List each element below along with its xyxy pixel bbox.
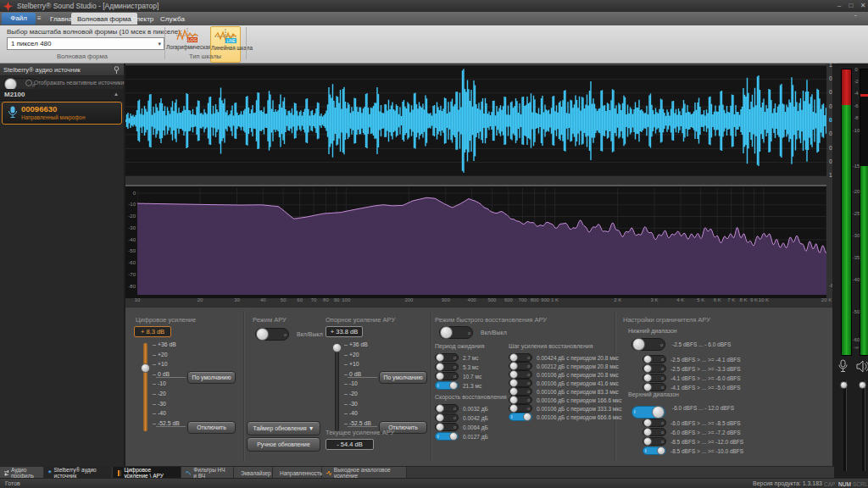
toggle-switch[interactable]: o [509, 379, 532, 387]
spectrum-freq-label: 80 [323, 297, 329, 302]
toggle-switch[interactable]: o [643, 437, 666, 446]
toggle-state-char: o [452, 415, 458, 420]
speaker-volume-slider-track[interactable] [862, 380, 865, 471]
agc-timer-button[interactable]: Таймер обновления ▼ [247, 421, 320, 435]
agc-manual-update-button[interactable]: Ручное обновление [247, 437, 320, 452]
tick-label: +20 [349, 352, 359, 358]
tick-mark [153, 413, 156, 414]
toggle-switch[interactable]: o [643, 364, 666, 373]
tick-mark [344, 404, 348, 405]
tab-equalizer[interactable]: Эквалайзер [234, 467, 273, 479]
waveform-display[interactable] [125, 64, 826, 176]
log-scale-icon: LOG [176, 28, 198, 43]
toggle-state-char: o [282, 332, 288, 337]
analog-output-tab-icon [326, 470, 331, 476]
device-group-name: M2100 [4, 91, 25, 98]
option-row: I0.0127 дБ [435, 432, 488, 441]
toggle-state-char: o [659, 366, 665, 371]
toggle-switch[interactable]: I [435, 432, 459, 441]
tick-mark [153, 345, 156, 346]
toggle-switch[interactable]: I [632, 406, 665, 419]
toggle-switch[interactable]: o [435, 372, 459, 380]
toggle-switch[interactable]: I [643, 446, 666, 455]
audio-profile-icon [4, 470, 8, 476]
toggle-switch[interactable]: I [435, 381, 459, 390]
tab-analog-output-gain[interactable]: Выходное аналоговое усиление [322, 467, 407, 479]
toggle-switch[interactable]: o [435, 353, 459, 362]
toggle-switch[interactable]: o [435, 404, 459, 413]
speaker-volume-slider-knob[interactable] [859, 381, 866, 389]
speaker-level-icon [856, 360, 868, 373]
spectrum-db-label: -40 [125, 237, 136, 242]
quick-access-menu-icon[interactable]: ≡ [37, 14, 42, 22]
toggle-state-char: I [632, 409, 637, 414]
tick-mark [153, 404, 156, 405]
audio-device-item[interactable]: 00096630 Направленный микрофон [2, 102, 122, 125]
toggle-switch[interactable]: o [435, 363, 459, 371]
digital-gain-default-button[interactable]: По умолчанию [187, 371, 236, 384]
radio-indicator[interactable] [25, 80, 32, 86]
toggle-state-char: o [526, 355, 531, 360]
toggle-knob [256, 328, 269, 341]
reference-gain-slider-track[interactable] [335, 343, 339, 431]
option-row: o-6.0 dBFS > ... >= -7.2 dBFS [643, 428, 741, 436]
device-group-header[interactable]: M2100 ▲ [0, 89, 124, 101]
tick-mark [344, 424, 348, 424]
tab-audio-profile[interactable]: Аудио профиль [0, 467, 44, 479]
pin-icon[interactable] [113, 66, 120, 74]
toggle-switch[interactable]: o [509, 396, 532, 404]
toggle-state-char: I [643, 448, 648, 453]
toggle-switch[interactable]: o [255, 328, 289, 341]
maximize-button[interactable]: □ [846, 2, 856, 10]
chevron-up-icon[interactable]: ˆ [854, 14, 857, 21]
tick-label: +10 [158, 361, 168, 367]
tab-filters[interactable]: Фильтры НЧ и ВЧ [181, 467, 234, 479]
file-menu-button[interactable]: Файл [2, 13, 36, 25]
digital-gain-slider-knob[interactable] [141, 363, 150, 373]
reference-gain-slider-knob[interactable] [332, 343, 342, 352]
toggle-switch[interactable]: o [643, 355, 666, 363]
minimize-button[interactable]: – [834, 2, 844, 10]
toggle-knob [643, 419, 652, 427]
toggle-switch[interactable]: o [509, 353, 532, 362]
toggle-switch[interactable]: o [435, 413, 459, 422]
reference-gain-default-button[interactable]: По умолчанию [379, 371, 427, 384]
meter-db-label: -10 [850, 128, 862, 133]
toggle-switch[interactable]: o [643, 374, 666, 382]
toggle-switch[interactable]: o [439, 326, 473, 339]
tab-digital-gain-agc[interactable]: Цифровое усиление \ АРУ [113, 467, 181, 479]
device-type: Направленный микрофон [21, 114, 85, 120]
toggle-switch[interactable]: o [509, 370, 532, 379]
toggle-state-char: o [659, 375, 665, 380]
scale-select-dropdown[interactable]: 1 пиксел 480 ▾ [7, 37, 164, 50]
tab-sluzhba[interactable]: Служба [154, 13, 191, 25]
mic-volume-slider-knob[interactable] [840, 381, 848, 389]
option-row: o0.00212 дБ с периодом 20.8 мкс [509, 362, 619, 370]
toggle-switch[interactable]: o [509, 362, 532, 370]
spectrum-freq-label: 1 K [551, 297, 559, 302]
tab-stelberry-source[interactable]: * Stelberry® аудио источник [44, 467, 112, 479]
connector-line [156, 377, 186, 378]
toggle-knob [509, 387, 518, 396]
fast-recovery-toggle-label: Вкл/Выкл [481, 330, 507, 336]
digital-gain-disable-button[interactable]: Отключить [187, 421, 236, 434]
spectrum-display[interactable] [125, 186, 826, 298]
toggle-switch[interactable]: I [509, 413, 532, 421]
toggle-state-char: o [526, 372, 531, 377]
spectrum-db-label: -30 [125, 225, 136, 230]
toggle-switch[interactable]: o [632, 338, 665, 351]
toggle-switch[interactable]: o [509, 387, 532, 396]
show-inactive-label: Отображать неактивные источники [34, 80, 124, 86]
tick-mark [344, 384, 348, 385]
collapse-arrow-icon[interactable]: ▲ [114, 92, 119, 97]
toggle-switch[interactable]: o [643, 419, 666, 427]
close-button[interactable]: ✕ [858, 2, 868, 10]
tab-directionality[interactable]: Направленность [273, 467, 322, 479]
digital-gain-slider-track[interactable] [143, 343, 147, 431]
toggle-switch[interactable]: o [509, 404, 532, 413]
toggle-switch[interactable]: o [435, 423, 459, 431]
toggle-switch[interactable]: o [643, 383, 666, 391]
toggle-switch[interactable]: o [643, 428, 666, 436]
mic-volume-slider-track[interactable] [843, 380, 847, 471]
section-divider [431, 311, 432, 462]
